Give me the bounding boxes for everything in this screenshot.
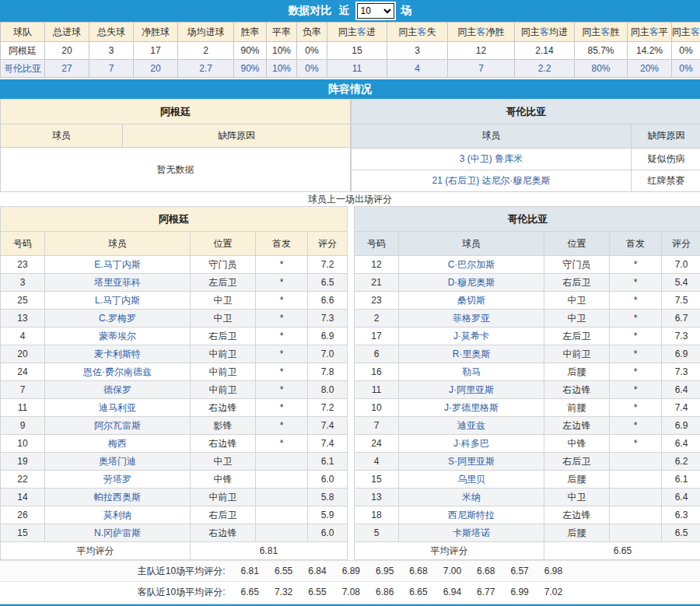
player-name-link[interactable]: 迪马利亚	[45, 399, 191, 417]
player-name-link[interactable]: D·穆尼奥斯	[399, 274, 544, 292]
player-name-link[interactable]: L.马丁内斯	[45, 292, 191, 310]
player-name-link[interactable]: 德保罗	[45, 381, 191, 399]
col-header-starter: 首发	[256, 232, 308, 256]
player-name-link[interactable]: 卡斯塔诺	[399, 524, 544, 542]
home-avg-ratings-label: 主队近10场平均评分:	[138, 565, 226, 578]
player-position-cell: 守门员	[544, 256, 610, 274]
player-name-link[interactable]: 帕拉西奥斯	[45, 489, 191, 506]
lineup-section-title: 阵容情况	[0, 79, 700, 99]
avg-rating-value: 6.99	[510, 587, 528, 597]
lineup-panel-home: 阿根廷 球员 缺阵原因 暂无数据	[0, 99, 351, 192]
player-number-cell: 22	[1, 471, 45, 489]
player-rating-cell: 6.0	[308, 471, 348, 489]
starter-mark-cell: *	[256, 345, 308, 363]
player-name-link[interactable]: 塔里亚菲科	[45, 274, 191, 292]
player-rating-row: 20麦卡利斯特中前卫*7.0	[1, 345, 348, 363]
matches-label: 场	[401, 4, 412, 18]
player-name-link[interactable]: 奥塔门迪	[45, 453, 191, 471]
player-position-cell: 中锋	[191, 471, 256, 489]
stat-cell: 20%	[628, 60, 672, 78]
player-number-cell: 25	[1, 292, 45, 310]
stat-cell: 3	[89, 42, 134, 60]
player-name-link[interactable]: J·莫希卡	[399, 328, 544, 345]
stat-cell: 85.7%	[575, 42, 628, 60]
compare-header-cell: 场均进球	[178, 23, 234, 42]
player-rating-cell: 7.2	[308, 256, 348, 274]
player-name-link[interactable]: 劳塔罗	[45, 471, 191, 489]
player-name-link[interactable]: 菲格罗亚	[399, 310, 544, 328]
player-rating-cell: 7.3	[662, 328, 700, 345]
player-number-cell: 9	[1, 417, 45, 435]
player-rating-row: 5卡斯塔诺后腰6.5	[355, 524, 700, 542]
absence-row: 21 (右后卫) 达尼尔·穆尼奥斯红牌禁赛	[352, 170, 700, 191]
stat-cell: 2.2	[515, 60, 575, 78]
player-rating-row: 10J·罗德里格斯前腰*7.4	[355, 399, 700, 417]
avg-rating-value: 7.00	[443, 566, 461, 576]
absence-reason-cell: 疑似伤病	[632, 148, 700, 170]
avg-rating-value: 6.84	[308, 566, 326, 576]
player-name-link[interactable]: J·阿里亚斯	[399, 381, 544, 399]
home-team-title: 阿根廷	[1, 207, 348, 232]
player-rating-row: 4蒙蒂埃尔右后卫*6.9	[1, 328, 348, 345]
col-header-starter: 首发	[610, 232, 662, 256]
player-name-link[interactable]: 阿尔瓦雷斯	[45, 417, 191, 435]
player-rating-cell: 5.8	[308, 489, 348, 506]
starter-mark-cell: *	[256, 310, 308, 328]
compare-header-cell: 同主客胜	[575, 23, 628, 42]
player-name-link[interactable]: C·巴尔加斯	[399, 256, 544, 274]
absent-player-link[interactable]: 21 (右后卫) 达尼尔·穆尼奥斯	[352, 170, 632, 191]
stat-cell: 0%	[672, 60, 700, 78]
player-name-link[interactable]: 蒙蒂埃尔	[45, 328, 191, 345]
player-name-link[interactable]: N.冈萨雷斯	[45, 524, 191, 542]
starter-mark-cell: *	[610, 363, 662, 381]
stat-cell: 2.7	[178, 60, 234, 78]
match-count-select[interactable]: 10	[357, 3, 394, 19]
starter-mark-cell	[610, 471, 662, 489]
player-name-link[interactable]: 乌里贝	[399, 471, 544, 489]
absent-player-link[interactable]: 3 (中卫) 鲁库米	[352, 148, 632, 170]
player-name-link[interactable]: C.罗梅罗	[45, 310, 191, 328]
player-rating-cell: 7.8	[308, 363, 348, 381]
player-number-cell: 26	[1, 506, 45, 524]
starter-mark-cell: *	[610, 292, 662, 310]
player-name-link[interactable]: 梅西	[45, 435, 191, 453]
player-name-link[interactable]: 麦卡利斯特	[45, 345, 191, 363]
starter-mark-cell: *	[256, 256, 308, 274]
player-name-link[interactable]: 西尼斯特拉	[399, 506, 544, 524]
starter-mark-cell: *	[610, 328, 662, 345]
player-number-cell: 20	[1, 345, 45, 363]
player-number-cell: 4	[1, 328, 45, 345]
player-name-link[interactable]: J·科多巴	[399, 435, 544, 453]
player-rating-row: 2菲格罗亚中卫*6.7	[355, 310, 700, 328]
stat-cell: 90%	[234, 42, 267, 60]
stat-cell: 20	[45, 42, 89, 60]
avg-rating-value: 7.08	[342, 587, 360, 597]
stat-cell: 80%	[575, 60, 628, 78]
player-name-link[interactable]: E.马丁内斯	[45, 256, 191, 274]
player-name-link[interactable]: S·阿里亚斯	[399, 453, 544, 471]
player-name-link[interactable]: 桑切斯	[399, 292, 544, 310]
player-name-link[interactable]: 勒马	[399, 363, 544, 381]
player-rating-cell: 6.9	[308, 328, 348, 345]
player-position-cell: 左边锋	[544, 417, 610, 435]
player-name-link[interactable]: 迪亚兹	[399, 417, 544, 435]
player-name-link[interactable]: 恩佐·费尔南德兹	[45, 363, 191, 381]
player-name-link[interactable]: R·里奥斯	[399, 345, 544, 363]
player-number-cell: 5	[355, 524, 399, 542]
ratings-table-home: 阿根廷 号码 球员 位置 首发 评分 23E.马丁内斯守门员*7.23塔里亚菲科…	[0, 206, 348, 560]
compare-header-cell: 同主客负	[672, 23, 700, 42]
player-name-link[interactable]: 米纳	[399, 489, 544, 506]
starter-mark-cell	[610, 453, 662, 471]
team-stats-row: 哥伦比亚277202.790%10%0%11472.280%20%0%	[1, 60, 700, 78]
player-rating-cell: 5.4	[662, 274, 700, 292]
player-rating-row: 13C.罗梅罗中卫*7.3	[1, 310, 348, 328]
compare-header-cell: 平率	[267, 23, 297, 42]
player-rating-cell: 6.4	[662, 489, 700, 506]
player-name-link[interactable]: J·罗德里格斯	[399, 399, 544, 417]
team-stats-row: 阿根廷20317290%10%0%153122.1485.7%14.2%0%	[1, 42, 700, 60]
player-name-link[interactable]: 莫利纳	[45, 506, 191, 524]
avg-rating-value: 6.86	[376, 587, 394, 597]
compare-header-cell: 同主客平	[628, 23, 672, 42]
player-number-cell: 4	[355, 453, 399, 471]
team-name-cell: 哥伦比亚	[1, 60, 45, 78]
